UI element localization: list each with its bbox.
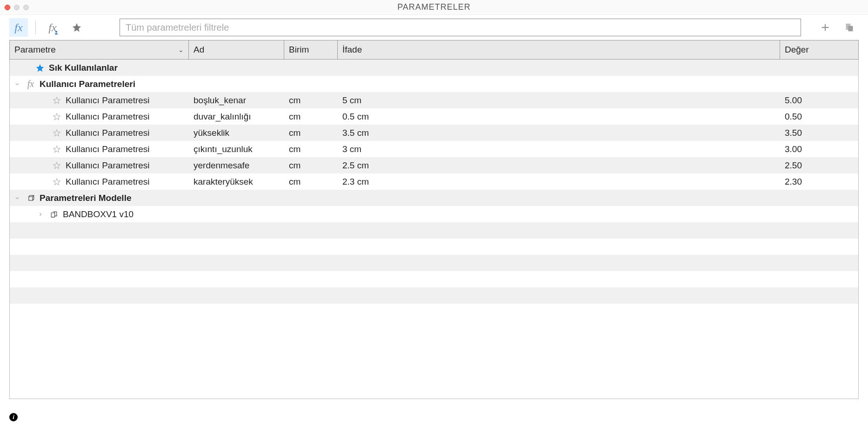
parameter-expression[interactable]: 3 cm [338,141,780,157]
window-controls [5,5,29,10]
parameter-name[interactable]: yerdenmesafe [189,157,284,173]
fx-all-button[interactable]: fx [9,18,28,37]
parameter-table: Parametre ⌄ Ad Birim İfade Değer Sık Kul… [0,40,868,408]
chevron-right-icon[interactable] [38,212,45,217]
parameter-unit[interactable]: cm [284,92,338,108]
parameter-name[interactable]: boşluk_kenar [189,92,284,108]
parameter-value: 3.50 [780,125,858,141]
add-parameter-button[interactable] [816,18,835,37]
maximize-window-button[interactable] [23,5,29,10]
model-item-label: BANDBOXV1 v10 [63,209,134,220]
parameter-value: 5.00 [780,92,858,108]
parameter-name[interactable]: karakteryüksek [189,173,284,190]
chevron-down-icon[interactable] [14,195,22,201]
header-name[interactable]: Ad [189,40,284,59]
parameter-type-label: Kullanıcı Parametresi [66,160,150,171]
chevron-down-icon: ⌄ [178,46,184,53]
group-favorites-label: Sık Kullanılanlar [49,63,118,73]
favorite-toggle[interactable] [52,144,62,154]
parameter-type-label: Kullanıcı Parametresi [66,177,150,187]
parameter-value: 2.30 [780,173,858,190]
header-value-label: Değer [785,45,809,55]
paste-parameter-button[interactable] [840,18,859,37]
parameter-unit[interactable]: cm [284,157,338,173]
header-value[interactable]: Değer [780,40,858,59]
favorites-filter-button[interactable] [67,18,86,37]
model-item[interactable]: BANDBOXV1 v10 [10,206,189,222]
parameter-name[interactable]: duvar_kalınlığı [189,108,284,125]
group-user-parameters[interactable]: fx Kullanıcı Parametreleri [10,76,189,92]
header-unit[interactable]: Birim [284,40,338,59]
parameter-unit[interactable]: cm [284,108,338,125]
parameter-expression[interactable]: 2.3 cm [338,173,780,190]
parameter-value: 0.50 [780,108,858,125]
parameter-name[interactable]: çıkıntı_uzunluk [189,141,284,157]
chevron-down-icon[interactable] [14,81,22,87]
group-favorites[interactable]: Sık Kullanılanlar [10,60,189,76]
header-name-label: Ad [194,45,204,55]
favorite-toggle[interactable] [52,128,62,138]
window-title: PARAMETRELER [397,2,471,12]
parameter-row[interactable]: Kullanıcı Parametresi [10,125,189,141]
parameter-value: 3.00 [780,141,858,157]
fx-user-icon: fx [48,21,56,34]
group-model-parameters[interactable]: Parametreleri Modelle [10,190,189,206]
plus-icon [820,22,830,33]
parameter-value: 2.50 [780,157,858,173]
close-window-button[interactable] [5,5,10,10]
parameter-unit[interactable]: cm [284,173,338,190]
favorite-toggle[interactable] [52,95,62,106]
parameter-row[interactable]: Kullanıcı Parametresi [10,157,189,173]
header-parameter-label: Parametre [14,45,56,55]
parameter-type-label: Kullanıcı Parametresi [66,128,150,138]
toolbar: fx fx [0,15,868,40]
parameter-expression[interactable]: 5 cm [338,92,780,108]
favorite-toggle[interactable] [52,177,62,187]
group-model-parameters-label: Parametreleri Modelle [40,193,131,203]
favorite-toggle[interactable] [52,160,62,171]
svg-rect-2 [848,26,853,32]
table-header: Parametre ⌄ Ad Birim İfade Değer [9,40,859,60]
header-expression-label: İfade [342,45,362,55]
fx-icon: fx [26,79,36,89]
star-icon [72,22,82,33]
parameter-expression[interactable]: 3.5 cm [338,125,780,141]
parameter-row[interactable]: Kullanıcı Parametresi [10,108,189,125]
toolbar-separator [35,21,36,34]
component-icon [49,209,59,220]
paste-icon [845,22,854,33]
parameter-type-label: Kullanıcı Parametresi [66,112,150,122]
parameter-expression[interactable]: 2.5 cm [338,157,780,173]
parameter-unit[interactable]: cm [284,125,338,141]
header-parameter[interactable]: Parametre ⌄ [10,40,189,59]
titlebar: PARAMETRELER [0,0,868,15]
parameter-type-label: Kullanıcı Parametresi [66,144,150,154]
star-icon [35,63,45,73]
favorite-toggle[interactable] [52,112,62,122]
minimize-window-button[interactable] [14,5,20,10]
fx-user-button[interactable]: fx [43,18,62,37]
parameter-type-label: Kullanıcı Parametresi [66,95,150,106]
parameter-row[interactable]: Kullanıcı Parametresi [10,141,189,157]
status-bar: i [0,408,868,426]
fx-icon: fx [14,21,22,34]
parameter-unit[interactable]: cm [284,141,338,157]
filter-input[interactable] [120,19,801,36]
parameter-row[interactable]: Kullanıcı Parametresi [10,92,189,108]
parameter-row[interactable]: Kullanıcı Parametresi [10,173,189,190]
parameter-name[interactable]: yükseklik [189,125,284,141]
parameter-expression[interactable]: 0.5 cm [338,108,780,125]
svg-point-0 [55,31,57,33]
filter-search [120,19,801,36]
header-unit-label: Birim [289,45,309,55]
info-icon[interactable]: i [9,413,18,421]
header-expression[interactable]: İfade [338,40,780,59]
group-user-parameters-label: Kullanıcı Parametreleri [40,79,135,89]
cube-icon [26,193,36,203]
